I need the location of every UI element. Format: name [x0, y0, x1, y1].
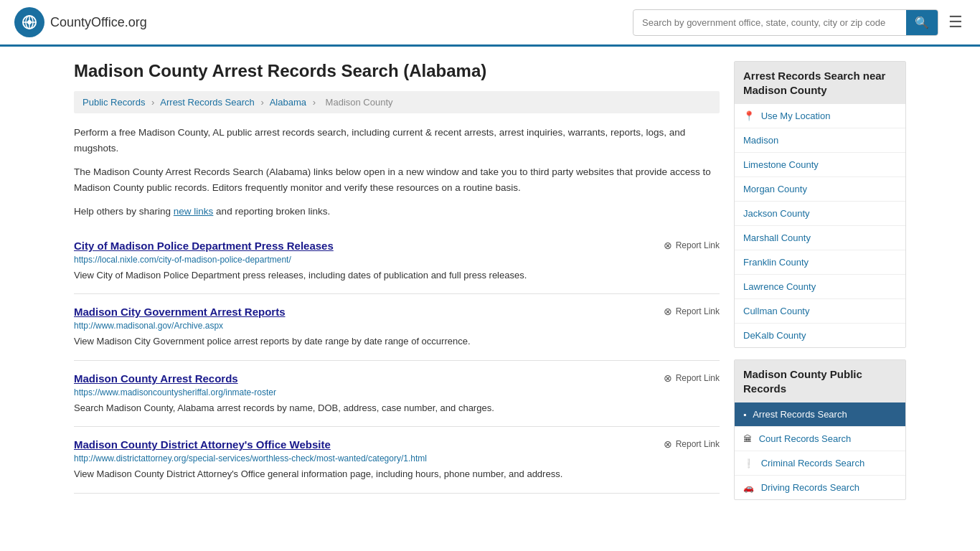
- pr-driving-records[interactable]: 🚗 Driving Records Search: [735, 476, 905, 499]
- use-location-item[interactable]: 📍 Use My Location: [735, 104, 905, 128]
- criminal-icon: ❕: [743, 458, 754, 468]
- breadcrumb-sep-3: ›: [313, 97, 316, 108]
- result-desc-4: View Madison County District Attorney's …: [74, 467, 720, 481]
- result-title-1[interactable]: City of Madison Police Department Press …: [74, 240, 334, 252]
- desc3-suffix: and reporting broken links.: [213, 206, 330, 217]
- nearby-morgan[interactable]: Morgan County: [735, 177, 905, 202]
- description-2: The Madison County Arrest Records Search…: [74, 164, 720, 195]
- main-container: Madison County Arrest Records Search (Al…: [60, 47, 920, 526]
- nearby-marshall[interactable]: Marshall County: [735, 226, 905, 250]
- breadcrumb-current: Madison County: [326, 97, 393, 108]
- nearby-limestone[interactable]: Limestone County: [735, 153, 905, 177]
- nearby-jackson[interactable]: Jackson County: [735, 202, 905, 226]
- nearby-section: Arrest Records Search near Madison Count…: [734, 61, 906, 348]
- driving-icon: 🚗: [743, 483, 754, 493]
- result-title-2[interactable]: Madison City Government Arrest Reports: [74, 306, 286, 318]
- svg-point-5: [27, 20, 32, 24]
- description-3: Help others by sharing new links and rep…: [74, 204, 720, 220]
- breadcrumb: Public Records › Arrest Records Search ›…: [74, 91, 720, 113]
- content-area: Madison County Arrest Records Search (Al…: [74, 61, 720, 512]
- desc3-prefix: Help others by sharing: [74, 206, 174, 217]
- nearby-cullman[interactable]: Cullman County: [735, 299, 905, 324]
- logo-text: CountyOffice.org: [50, 15, 147, 30]
- report-link-3[interactable]: ⊗ Report Link: [664, 372, 720, 384]
- nearby-lawrence[interactable]: Lawrence County: [735, 275, 905, 299]
- report-label-2: Report Link: [676, 306, 720, 316]
- breadcrumb-sep-2: ›: [260, 97, 263, 108]
- report-link-1[interactable]: ⊗ Report Link: [664, 240, 720, 251]
- new-links-link[interactable]: new links: [174, 206, 214, 217]
- logo-icon: [14, 7, 44, 37]
- result-title-3[interactable]: Madison County Arrest Records: [74, 372, 238, 385]
- use-location-link[interactable]: Use My Location: [761, 110, 831, 121]
- result-desc-1: View City of Madison Police Department p…: [74, 268, 720, 283]
- report-icon-3: ⊗: [664, 372, 672, 384]
- result-card-3: Madison County Arrest Records ⊗ Report L…: [74, 361, 720, 428]
- nearby-header: Arrest Records Search near Madison Count…: [735, 62, 905, 104]
- sidebar: Arrest Records Search near Madison Count…: [734, 61, 906, 512]
- site-header: CountyOffice.org 🔍 ☰: [0, 0, 980, 47]
- result-url-3[interactable]: https://www.madisoncountysheriffal.org/i…: [74, 387, 720, 397]
- result-card-4: Madison County District Attorney's Offic…: [74, 427, 720, 494]
- nearby-madison[interactable]: Madison: [735, 128, 905, 153]
- court-icon: 🏛: [743, 434, 752, 444]
- result-header-3: Madison County Arrest Records ⊗ Report L…: [74, 372, 720, 385]
- breadcrumb-alabama[interactable]: Alabama: [270, 97, 306, 108]
- result-card-1: City of Madison Police Department Press …: [74, 228, 720, 295]
- result-url-4[interactable]: http://www.districtattorney.org/special-…: [74, 453, 720, 463]
- result-header-1: City of Madison Police Department Press …: [74, 240, 720, 252]
- public-records-header: Madison County Public Records: [735, 360, 905, 402]
- search-button[interactable]: 🔍: [906, 10, 938, 35]
- result-card-2: Madison City Government Arrest Reports ⊗…: [74, 294, 720, 361]
- search-input[interactable]: [633, 11, 906, 34]
- report-icon-4: ⊗: [664, 438, 672, 450]
- result-title-4[interactable]: Madison County District Attorney's Offic…: [74, 438, 331, 451]
- pr-criminal-records[interactable]: ❕ Criminal Records Search: [735, 451, 905, 476]
- report-link-4[interactable]: ⊗ Report Link: [664, 438, 720, 450]
- result-desc-3: Search Madison County, Alabama arrest re…: [74, 401, 720, 415]
- logo-name: CountyOffice: [50, 15, 125, 29]
- report-icon-2: ⊗: [664, 306, 672, 317]
- pr-court-records[interactable]: 🏛 Court Records Search: [735, 427, 905, 451]
- nearby-dekalb[interactable]: DeKalb County: [735, 324, 905, 347]
- logo-area: CountyOffice.org: [14, 7, 147, 37]
- report-link-2[interactable]: ⊗ Report Link: [664, 306, 720, 317]
- result-url-2[interactable]: http://www.madisonal.gov/Archive.aspx: [74, 321, 720, 331]
- search-bar: 🔍: [633, 9, 938, 36]
- arrest-icon: ▪: [743, 410, 746, 420]
- pr-arrest-records[interactable]: ▪ Arrest Records Search: [735, 402, 905, 427]
- report-label-3: Report Link: [676, 373, 720, 383]
- location-icon: 📍: [743, 110, 755, 121]
- description-1: Perform a free Madison County, AL public…: [74, 125, 720, 156]
- logo-suffix: .org: [125, 15, 147, 29]
- result-url-1[interactable]: https://local.nixle.com/city-of-madison-…: [74, 255, 720, 265]
- result-header-4: Madison County District Attorney's Offic…: [74, 438, 720, 451]
- public-records-section: Madison County Public Records ▪ Arrest R…: [734, 359, 906, 500]
- menu-button[interactable]: ☰: [946, 10, 966, 34]
- page-title: Madison County Arrest Records Search (Al…: [74, 61, 720, 81]
- nearby-franklin[interactable]: Franklin County: [735, 250, 905, 275]
- report-icon-1: ⊗: [664, 240, 672, 251]
- breadcrumb-sep-1: ›: [151, 97, 154, 108]
- header-right: 🔍 ☰: [633, 9, 966, 36]
- report-label-4: Report Link: [676, 439, 720, 449]
- report-label-1: Report Link: [676, 240, 720, 250]
- result-header-2: Madison City Government Arrest Reports ⊗…: [74, 306, 720, 318]
- result-desc-2: View Madison City Government police arre…: [74, 334, 720, 349]
- breadcrumb-public-records[interactable]: Public Records: [83, 97, 145, 108]
- breadcrumb-arrest-records[interactable]: Arrest Records Search: [160, 97, 255, 108]
